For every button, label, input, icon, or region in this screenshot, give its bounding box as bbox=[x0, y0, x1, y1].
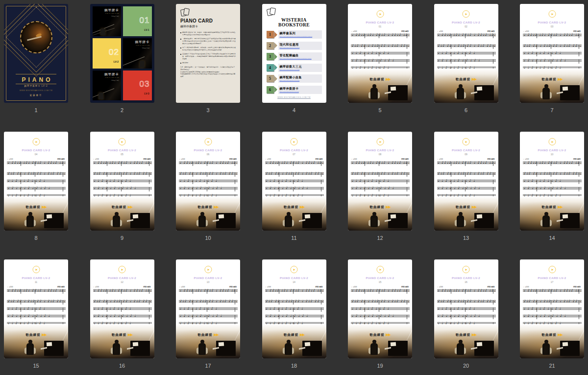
thumbnail-song-page[interactable]: PIANO CARD LV-2 09 ♩=100 詞曲 編曲 ♩ ♪♪♩♪ ♩♪… bbox=[434, 132, 498, 231]
thumbnail-song-page[interactable]: PIANO CARD LV-2 08 ♩=100 詞曲 編曲 ♩ ♪♪♩♪ ♩♪… bbox=[348, 132, 412, 231]
fast-forward-icon: ▶▶ bbox=[386, 77, 391, 81]
thumbnail-song-page[interactable]: PIANO CARD LV-2 11 ♩=100 詞曲 編曲 ♩ ♪♪♩♪ ♩♪… bbox=[4, 259, 68, 358]
song-practice-link[interactable]: 歌曲練習▶▶ bbox=[348, 77, 412, 82]
thumbnail-song-page[interactable]: PIANO CARD LV-2 17 ♩=100 詞曲 編曲 ♩ ♪♪♩♪ ♩♪… bbox=[520, 259, 584, 358]
staff: ♪♩♪ ♪♪ ♩ ♪♩♪ ♪♪ ♩ ♪♩♪ ♪♪ ♩ ♪♩♪ bbox=[7, 172, 66, 177]
thumbnail-levels-page[interactable]: 鋼琴牌卡 THE PIANO CARD 紫藤書店 編製 01 LV-1 02 L… bbox=[90, 4, 154, 103]
thumbnail-song-page[interactable]: PIANO CARD LV-2 07 ♩=100 詞曲 編曲 ♩ ♪♪♩♪ ♩♪… bbox=[262, 132, 326, 231]
note-glyphs: ♪♩♪ ♪♪ ♩ ♪♩♪ ♪♪ ♩ ♪♩♪ ♪♪ ♩ ♪♩♪ bbox=[352, 171, 409, 176]
thumbnail-song-page[interactable]: PIANO CARD LV-2 12 ♩=100 詞曲 編曲 ♩ ♪♪♩♪ ♩♪… bbox=[90, 259, 154, 358]
thumbnail-song-page[interactable]: PIANO CARD LV-2 10 ♩=100 詞曲 編曲 ♩ ♪♪♩♪ ♩♪… bbox=[520, 132, 584, 231]
song-practice-link[interactable]: 歌曲練習▶▶ bbox=[262, 333, 326, 337]
thumbnail-cover-page[interactable]: PIANO 鋼琴伴奏牌卡 LV-2 WWW.WISTERIABOOKS.COM.… bbox=[4, 4, 68, 103]
item-link[interactable]: https://www.wisteriabooks.com.tw/store/p… bbox=[280, 36, 320, 38]
item-link[interactable]: https://www.wisteriabooks.com.tw/2 bbox=[280, 91, 320, 93]
item-link[interactable]: https://www.wisteriabooks.com.tw/22 bbox=[280, 69, 320, 71]
thumbnail-song-page[interactable]: PIANO CARD LV-2 01 ♩=100 詞曲 編曲 ♩ ♪♪♩♪ ♩♪… bbox=[348, 4, 412, 103]
song-practice-link[interactable]: 歌曲練習▶▶ bbox=[520, 333, 584, 337]
note-glyphs: ♪♩♪ ♪♪ ♩ ♪♩♪ ♪♪ ♩ ♪♩♪ ♪♪ ♩ ♪♩♪ bbox=[352, 43, 409, 48]
play-icon[interactable] bbox=[204, 266, 212, 273]
song-practice-link[interactable]: 歌曲練習▶▶ bbox=[4, 205, 68, 210]
play-icon[interactable] bbox=[548, 10, 556, 18]
notation-system-2: ♪♩♪ ♪♪ ♩ ♪♩♪ ♪♪ ♩ ♪♩♪ ♪♪ ♩ ♪♩♪ ♩ ♩ ♪ ♩ ♩… bbox=[265, 300, 324, 315]
play-icon[interactable] bbox=[463, 138, 470, 145]
notation-system-2: ♪♩♪ ♪♪ ♩ ♪♩♪ ♪♪ ♩ ♪♩♪ ♪♪ ♩ ♪♩♪ ♩ ♩ ♪ ♩ ♩… bbox=[437, 45, 496, 59]
play-icon[interactable] bbox=[32, 138, 40, 145]
thumbnail-song-page[interactable]: PIANO CARD LV-2 16 ♩=100 詞曲 編曲 ♩ ♪♪♩♪ ♩♪… bbox=[434, 259, 498, 358]
thumbnail-song-page[interactable]: PIANO CARD LV-2 15 ♩=100 詞曲 編曲 ♩ ♪♪♩♪ ♩♪… bbox=[348, 259, 412, 358]
pianist-head bbox=[544, 212, 548, 216]
play-icon[interactable] bbox=[119, 138, 126, 145]
bookstore-footer-link[interactable]: WWW.WISTERIABOOKS.COM.TW bbox=[267, 96, 322, 98]
song-practice-link[interactable]: 歌曲練習▶▶ bbox=[348, 205, 412, 210]
play-icon[interactable] bbox=[204, 138, 212, 145]
note-glyphs: ♪♩♪ ♪♪ ♩ ♪♩♪ ♪♪ ♩ ♪♩♪ ♪♪ ♩ ♪♩♪ bbox=[8, 171, 65, 176]
play-icon[interactable] bbox=[291, 266, 298, 273]
staff: ♩ ♪ ♩ ♪ ♩ ♪ ♩ ♪ ♩ ♪ ♩ bbox=[437, 187, 496, 192]
item-number-badge: 2 bbox=[267, 42, 274, 49]
upright-piano bbox=[388, 85, 408, 100]
play-icon[interactable] bbox=[376, 266, 384, 273]
song-practice-link[interactable]: 歌曲練習▶▶ bbox=[434, 205, 498, 210]
notation-system-2: ♪♩♪ ♪♪ ♩ ♪♩♪ ♪♪ ♩ ♪♩♪ ♪♪ ♩ ♪♩♪ ♩ ♩ ♪ ♩ ♩… bbox=[523, 300, 582, 315]
song-practice-link[interactable]: 歌曲練習▶▶ bbox=[434, 333, 498, 337]
note-glyphs: ♪♩♪ ♪♪ ♩ ♪♩♪ ♪♪ ♩ ♪♩♪ ♪♪ ♩ ♪♩♪ bbox=[438, 299, 495, 304]
page-number-label: 7 bbox=[550, 107, 553, 114]
play-icon[interactable] bbox=[548, 138, 556, 145]
pianist-head bbox=[115, 340, 119, 344]
song-practice-link[interactable]: 歌曲練習▶▶ bbox=[348, 333, 412, 337]
song-number: 08 bbox=[348, 153, 412, 156]
fast-forward-icon: ▶▶ bbox=[214, 333, 219, 336]
cover-photo-circle bbox=[20, 21, 52, 53]
song-practice-link[interactable]: 歌曲練習▶▶ bbox=[520, 205, 584, 210]
upright-piano bbox=[560, 213, 580, 228]
thumbnail-song-page[interactable]: PIANO CARD LV-2 14 ♩=100 詞曲 編曲 ♩ ♪♪♩♪ ♩♪… bbox=[262, 259, 326, 358]
play-icon[interactable] bbox=[376, 10, 384, 18]
upright-piano bbox=[388, 213, 408, 228]
pianist-vest bbox=[114, 218, 119, 226]
play-icon[interactable] bbox=[463, 266, 470, 273]
pianist-photo bbox=[176, 196, 240, 231]
play-icon[interactable] bbox=[119, 266, 126, 273]
song-practice-link[interactable]: 歌曲練習▶▶ bbox=[90, 333, 154, 337]
thumbnail-song-page[interactable]: PIANO CARD LV-2 13 ♩=100 詞曲 編曲 ♩ ♪♪♩♪ ♩♪… bbox=[176, 259, 240, 358]
play-icon[interactable] bbox=[291, 138, 298, 145]
song-practice-link[interactable]: 歌曲練習▶▶ bbox=[520, 77, 584, 82]
notation-system-2: ♪♩♪ ♪♪ ♩ ♪♩♪ ♪♪ ♩ ♪♩♪ ♪♪ ♩ ♪♩♪ ♩ ♩ ♪ ♩ ♩… bbox=[179, 172, 238, 187]
thumbnail-song-page[interactable]: PIANO CARD LV-2 04 ♩=100 詞曲 編曲 ♩ ♪♪♩♪ ♩♪… bbox=[4, 132, 68, 231]
tile-credit: 紫藤書店 編製 bbox=[142, 47, 150, 49]
cards-icon bbox=[267, 8, 275, 16]
item-link[interactable]: https://www.wisteriabooks.com.tw/26 bbox=[280, 80, 320, 82]
song-practice-link[interactable]: 歌曲練習▶▶ bbox=[176, 205, 240, 210]
play-icon[interactable] bbox=[548, 266, 556, 273]
song-practice-link[interactable]: 歌曲練習▶▶ bbox=[262, 205, 326, 210]
song-practice-link[interactable]: 歌曲練習▶▶ bbox=[434, 77, 498, 82]
song-practice-link[interactable]: 歌曲練習▶▶ bbox=[90, 205, 154, 210]
staff: ♩ ♪♪♩♪ ♩♪♩ ♪♪♩♪ ♩ ♪♪♩♪ ♩♪♩ ♪♪ bbox=[437, 162, 496, 166]
page-cell: PIANO CARD LV-2 12 ♩=100 詞曲 編曲 ♩ ♪♪♩♪ ♩♪… bbox=[90, 259, 154, 370]
play-icon[interactable] bbox=[32, 266, 40, 273]
thumbnail-song-page[interactable]: PIANO CARD LV-2 06 ♩=100 詞曲 編曲 ♩ ♪♪♩♪ ♩♪… bbox=[176, 132, 240, 231]
page-number-label: 20 bbox=[463, 363, 469, 369]
item-link[interactable]: https://www.wisteriabooks.com.tw/18 bbox=[280, 47, 320, 49]
play-icon[interactable] bbox=[463, 10, 470, 18]
thumbnail-bookstore-page[interactable]: WISTERIA BOOKSTORE 1 鋼琴書系列 https://www.w… bbox=[262, 4, 326, 103]
song-practice-link[interactable]: 歌曲練習▶▶ bbox=[176, 333, 240, 337]
play-icon[interactable] bbox=[376, 138, 384, 145]
play-triangle bbox=[379, 141, 381, 143]
page-number-label: 14 bbox=[549, 235, 555, 241]
song-practice-link[interactable]: 歌曲練習▶▶ bbox=[4, 333, 68, 337]
song-page-heading: PIANO CARD LV-2 bbox=[434, 277, 498, 280]
thumbnail-song-page[interactable]: PIANO CARD LV-2 05 ♩=100 詞曲 編曲 ♩ ♪♪♩♪ ♩♪… bbox=[90, 132, 154, 231]
thumbnail-song-page[interactable]: PIANO CARD LV-2 02 ♩=100 詞曲 編曲 ♩ ♪♪♩♪ ♩♪… bbox=[434, 4, 498, 103]
item-link[interactable]: https://www.wisteriabooks.com.tw/store/p… bbox=[280, 58, 320, 60]
pianist-head bbox=[544, 340, 548, 344]
page-number-label: 3 bbox=[206, 107, 209, 114]
sheet-music bbox=[476, 214, 482, 219]
thumbnail-song-page[interactable]: PIANO CARD LV-2 03 ♩=100 詞曲 編曲 ♩ ♪♪♩♪ ♩♪… bbox=[520, 4, 584, 103]
thumbnail-info-page[interactable]: PIANO CARD 鋼琴伴奏牌卡 鋼琴牌卡全套每一關「歌曲篇」精選的經典伴奏型… bbox=[176, 4, 240, 103]
pianist-vest bbox=[458, 90, 463, 98]
fast-forward-icon: ▶▶ bbox=[472, 77, 476, 81]
piano-keys bbox=[299, 219, 305, 222]
note-glyphs: ♩ ♪ ♩ ♪ ♩ ♪ ♩ ♪ ♩ ♪ ♩ bbox=[438, 313, 495, 318]
